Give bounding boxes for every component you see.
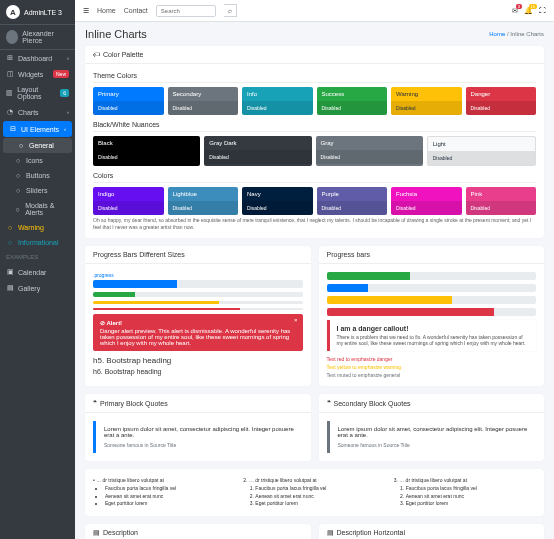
sidebar-item-informational[interactable]: ○Informational <box>0 235 75 250</box>
brand[interactable]: A AdminLTE 3 <box>0 0 75 25</box>
sidebar-item-dashboard[interactable]: ⊞Dashboard‹ <box>0 50 75 66</box>
color-palette-card: 🏷Color Palette Theme Colors PrimaryDisab… <box>85 46 544 238</box>
description-card: ▤ Description Description listsA descrip… <box>85 524 311 540</box>
sidebar-item-charts[interactable]: ◔Charts‹ <box>0 104 75 120</box>
nav-contact[interactable]: Contact <box>124 7 148 14</box>
search-input[interactable] <box>156 5 216 17</box>
messages-icon[interactable]: ✉3 <box>512 7 518 15</box>
breadcrumb-home[interactable]: Home <box>489 31 505 37</box>
list-item: Aenean sit amet erat nunc <box>105 493 235 501</box>
swatch-danger: DangerDisabled <box>466 87 537 115</box>
blockquote-secondary: Lorem ipsum dolor sit amet, consectetur … <box>327 421 537 453</box>
search-button[interactable]: ⌕ <box>224 4 237 17</box>
progress-bar <box>93 292 303 297</box>
swatch-primary: PrimaryDisabled <box>93 87 164 115</box>
sidebar-item-warning[interactable]: ○Warning <box>0 220 75 235</box>
h5-heading: h5. Bootstrap heading <box>93 356 303 365</box>
swatch-purple: PurpleDisabled <box>317 187 388 215</box>
swatch-pink: PinkDisabled <box>466 187 537 215</box>
list-column: 3. … dr tristique libero volutpat atFauc… <box>394 477 536 508</box>
progress-bar <box>327 308 537 316</box>
nav-icon: ▤ <box>6 284 14 292</box>
list-item: Faucibus porta lacus fringilla vel <box>406 485 536 493</box>
card-title: Color Palette <box>103 51 143 58</box>
list-item: Aenean sit amet erat nunc <box>406 493 536 501</box>
nav-header-examples: EXAMPLES <box>0 250 75 264</box>
nav-icon: ○ <box>6 224 14 231</box>
card-title: Progress bars <box>319 246 545 264</box>
sidebar-item-modals-alerts[interactable]: ○Modals & Alerts <box>0 198 75 220</box>
progress-bar <box>327 284 537 292</box>
primary-blockquote-card: ❝ Primary Block Quotes Lorem ipsum dolor… <box>85 394 311 461</box>
swatch-black: BlackDisabled <box>93 136 200 166</box>
swatch-lightblue: LightblueDisabled <box>168 187 239 215</box>
swatch-fuchsia: FuchsiaDisabled <box>391 187 462 215</box>
notifications-icon[interactable]: 🔔15 <box>524 7 533 15</box>
text-icon: ▤ <box>93 529 100 537</box>
breadcrumb-current: Inline Charts <box>510 31 544 37</box>
nav-icon: ◫ <box>6 70 14 78</box>
text-muted: Text muted to emphasize general <box>327 372 537 378</box>
progress-bar <box>93 280 303 288</box>
lists-card: • … dr tristique libero volutpat atFauci… <box>85 469 544 516</box>
swatch-navy: NavyDisabled <box>242 187 313 215</box>
sidebar-item-gallery[interactable]: ▤Gallery <box>0 280 75 296</box>
swatch-secondary: SecondaryDisabled <box>168 87 239 115</box>
swatch-info: InfoDisabled <box>242 87 313 115</box>
nav-icon: ◔ <box>6 108 14 116</box>
topbar: ☰ Home Contact ⌕ ✉3 🔔15 ⛶ <box>75 0 554 22</box>
list-column: • … dr tristique libero volutpat atFauci… <box>93 477 235 508</box>
sidebar-item-calendar[interactable]: ▣Calendar <box>0 264 75 280</box>
sidebar-item-general[interactable]: ○General <box>3 138 72 153</box>
sidebar-item-widgets[interactable]: ◫WidgetsNew <box>0 66 75 82</box>
brand-logo-icon: A <box>6 5 20 19</box>
sidebar-item-ui-elements[interactable]: ⊟UI Elements‹ <box>3 121 72 137</box>
close-icon[interactable]: × <box>294 317 298 323</box>
palette-extra-text: Oh so happy, my dear friend, so absorbed… <box>93 217 536 230</box>
tag-icon: 🏷 <box>93 51 100 58</box>
nav-icon: ○ <box>14 187 22 194</box>
list-item: Faucibus porta lacus fringilla vel <box>255 485 385 493</box>
nav-icon: ○ <box>6 239 14 246</box>
quote-icon: ❝ <box>93 399 97 407</box>
progress-bar <box>327 296 537 304</box>
sidebar-item-icons[interactable]: ○Icons <box>0 153 75 168</box>
nav-icon: ⊟ <box>9 125 17 133</box>
sidebar-item-sliders[interactable]: ○Sliders <box>0 183 75 198</box>
card-title: Progress Bars Different Sizes <box>85 246 311 264</box>
user-panel[interactable]: Alexander Pierce <box>0 25 75 50</box>
nav-icon: ▥ <box>6 89 13 97</box>
danger-callout: I am a danger callout! There is a proble… <box>327 320 537 351</box>
sidebar: A AdminLTE 3 Alexander Pierce ⊞Dashboard… <box>0 0 75 539</box>
secondary-blockquote-card: ❝ Secondary Block Quotes Lorem ipsum dol… <box>319 394 545 461</box>
h6-heading: h6. Bootstrap heading <box>93 368 303 375</box>
progress-class-label: .progress <box>93 272 303 278</box>
nav-icon: ▣ <box>6 268 14 276</box>
list-item: Eget porttitor lorem <box>406 500 536 508</box>
list-item: Eget porttitor lorem <box>255 500 385 508</box>
nav-icon: ○ <box>17 142 25 149</box>
progress-bars-card: Progress bars I am a danger callout! The… <box>319 246 545 386</box>
swatch-indigo: IndigoDisabled <box>93 187 164 215</box>
theme-colors-title: Theme Colors <box>93 72 536 83</box>
progress-sizes-card: Progress Bars Different Sizes .progress … <box>85 246 311 386</box>
swatch-warning: WarningDisabled <box>391 87 462 115</box>
nav-icon: ○ <box>14 172 22 179</box>
fullscreen-icon[interactable]: ⛶ <box>539 7 546 14</box>
page-title: Inline Charts <box>85 28 147 40</box>
sidebar-item-buttons[interactable]: ○Buttons <box>0 168 75 183</box>
swatch-success: SuccessDisabled <box>317 87 388 115</box>
text-yellow: Text yellow to emphasize warning <box>327 364 537 370</box>
menu-toggle-icon[interactable]: ☰ <box>83 7 89 15</box>
list-item: Faucibus porta lacus fringilla vel <box>105 485 235 493</box>
quote-icon: ❝ <box>327 399 331 407</box>
text-red: Text red to emphasize danger <box>327 356 537 362</box>
nav-icon: ○ <box>14 157 22 164</box>
nav-home[interactable]: Home <box>97 7 116 14</box>
user-name: Alexander Pierce <box>22 30 69 44</box>
brand-text: AdminLTE 3 <box>24 9 62 16</box>
danger-alert: × ⊘ Alert! Danger alert preview. This al… <box>93 314 303 351</box>
swatch-light: LightDisabled <box>427 136 536 166</box>
list-item: Eget porttitor lorem <box>105 500 235 508</box>
sidebar-item-layout-options[interactable]: ▥Layout Options6 <box>0 82 75 104</box>
